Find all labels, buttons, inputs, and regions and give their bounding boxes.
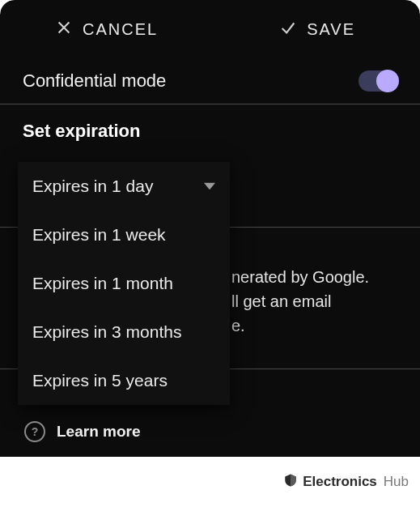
expiration-option[interactable]: Expires in 1 month bbox=[18, 259, 230, 308]
electronics-hub-watermark: Electronics Hub bbox=[283, 473, 409, 492]
confidential-mode-label: Confidential mode bbox=[23, 70, 166, 92]
expiration-option-label: Expires in 1 month bbox=[32, 274, 173, 292]
set-expiration-title: Set expiration bbox=[0, 104, 420, 147]
shield-icon bbox=[283, 473, 298, 492]
confidential-mode-row: Confidential mode bbox=[0, 58, 420, 104]
expiration-option-label: Expires in 1 day bbox=[32, 177, 153, 196]
expiration-option-label: Expires in 1 week bbox=[32, 225, 166, 244]
expiration-option[interactable]: Expires in 5 years bbox=[18, 356, 230, 405]
chevron-down-icon bbox=[204, 177, 215, 196]
screenshot-frame: CANCEL SAVE Confidential mode Set expira… bbox=[0, 0, 420, 507]
watermark-suffix: Hub bbox=[384, 474, 409, 490]
expiration-option[interactable]: Expires in 1 week bbox=[18, 211, 230, 259]
watermark-bar: Electronics Hub bbox=[0, 457, 420, 507]
save-label: SAVE bbox=[307, 20, 355, 39]
close-icon bbox=[55, 19, 73, 40]
top-action-bar: CANCEL SAVE bbox=[0, 0, 420, 58]
learn-more-link[interactable]: Learn more bbox=[57, 423, 140, 441]
confidential-mode-sheet: CANCEL SAVE Confidential mode Set expira… bbox=[0, 0, 420, 457]
help-icon: ? bbox=[24, 421, 45, 442]
expiration-option-label: Expires in 3 months bbox=[32, 322, 181, 341]
confidential-mode-toggle[interactable] bbox=[358, 70, 397, 92]
expiration-option-selected[interactable]: Expires in 1 day bbox=[18, 162, 230, 211]
cancel-button[interactable]: CANCEL bbox=[55, 19, 158, 40]
expiration-option-label: Expires in 5 years bbox=[32, 371, 168, 390]
watermark-brand: Electronics bbox=[303, 474, 377, 490]
expiration-option[interactable]: Expires in 3 months bbox=[18, 308, 230, 356]
save-button[interactable]: SAVE bbox=[279, 19, 355, 40]
cancel-label: CANCEL bbox=[83, 20, 158, 39]
toggle-knob bbox=[376, 70, 399, 92]
learn-more-row: ? Learn more bbox=[0, 421, 140, 442]
expiration-dropdown-open[interactable]: Expires in 1 day Expires in 1 week Expir… bbox=[18, 162, 230, 405]
check-icon bbox=[279, 19, 297, 40]
